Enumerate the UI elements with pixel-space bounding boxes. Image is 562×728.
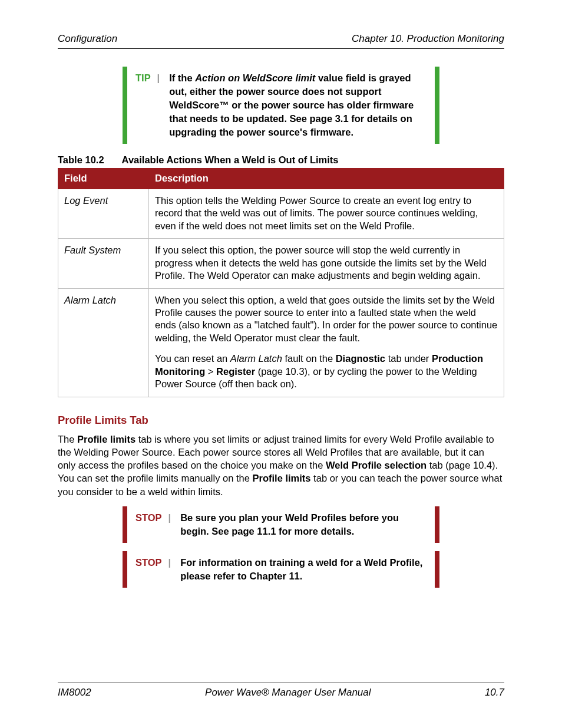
- tip-label: TIP |: [127, 67, 164, 144]
- callout-bar-right: [435, 506, 439, 543]
- stop-pipe: |: [168, 512, 171, 523]
- tip-em: Action on WeldScore limit: [195, 73, 315, 83]
- table-row: Log Event This option tells the Welding …: [58, 189, 504, 238]
- t-bold: Register: [216, 366, 255, 377]
- col-field: Field: [58, 169, 149, 189]
- stop-label-text: STOP: [135, 512, 161, 523]
- callout-bar-right: [435, 551, 439, 588]
- t: You can reset an: [155, 353, 230, 364]
- t: The: [58, 434, 77, 444]
- footer-left: IM8002: [58, 687, 91, 699]
- section-heading: Profile Limits Tab: [58, 414, 504, 427]
- header-left: Configuration: [58, 33, 117, 45]
- footer-center: Power Wave® Manager User Manual: [205, 687, 371, 699]
- tip-pre: If the: [169, 73, 195, 83]
- footer-divider: [58, 683, 504, 683]
- stop-label-text: STOP: [135, 557, 161, 568]
- table-row: Alarm Latch When you select this option,…: [58, 288, 504, 397]
- running-header: Configuration Chapter 10. Production Mon…: [58, 33, 504, 49]
- stop-text: Be sure you plan your Weld Profiles befo…: [176, 506, 435, 543]
- stop-label: STOP |: [127, 506, 176, 543]
- tip-pipe: |: [157, 73, 160, 83]
- callout-bar-left: [123, 506, 127, 543]
- header-right: Chapter 10. Production Monitoring: [352, 33, 504, 45]
- t-bold: Weld Profile selection: [326, 460, 427, 470]
- t: fault on the: [282, 353, 336, 364]
- tip-label-text: TIP: [135, 73, 150, 83]
- table-header-row: Field Description: [58, 169, 504, 189]
- row-desc: When you select this option, a weld that…: [149, 288, 504, 397]
- table-row: Fault System If you select this option, …: [58, 239, 504, 288]
- stop-text: For information on training a weld for a…: [176, 551, 435, 588]
- row-field: Log Event: [58, 189, 149, 238]
- stop-pipe: |: [168, 557, 171, 568]
- row-field: Fault System: [58, 239, 149, 288]
- t-bold: Profile limits: [77, 434, 135, 444]
- row-field: Alarm Latch: [58, 288, 149, 397]
- callout-bar-right: [435, 67, 439, 144]
- section-paragraph: The Profile limits tab is where you set …: [58, 433, 504, 498]
- stop-label: STOP |: [127, 551, 176, 588]
- t: tab under: [385, 353, 432, 364]
- row-desc-p1: When you select this option, a weld that…: [155, 294, 498, 345]
- callout-bar-left: [123, 551, 127, 588]
- footer-right: 10.7: [485, 687, 504, 699]
- tip-text: If the Action on WeldScore limit value f…: [164, 67, 435, 144]
- document-page: Configuration Chapter 10. Production Mon…: [0, 0, 562, 728]
- t: >: [205, 366, 216, 377]
- table-caption: Table 10.2Available Actions When a Weld …: [58, 154, 504, 166]
- actions-table: Field Description Log Event This option …: [58, 168, 504, 397]
- row-desc: This option tells the Welding Power Sour…: [149, 189, 504, 238]
- row-desc-p2: You can reset an Alarm Latch fault on th…: [155, 353, 498, 390]
- page-footer: IM8002 Power Wave® Manager User Manual 1…: [58, 683, 504, 699]
- col-desc: Description: [149, 169, 504, 189]
- t-em: Alarm Latch: [230, 353, 282, 364]
- t-bold: Diagnostic: [336, 353, 385, 364]
- row-desc: If you select this option, the power sou…: [149, 239, 504, 288]
- stop-callout: STOP | For information on training a wel…: [123, 551, 439, 588]
- stop-callout: STOP | Be sure you plan your Weld Profil…: [123, 506, 439, 543]
- tip-callout: TIP | If the Action on WeldScore limit v…: [123, 67, 439, 144]
- t-bold: Profile limits: [253, 473, 311, 483]
- callout-bar-left: [123, 67, 127, 144]
- table-title: Available Actions When a Weld is Out of …: [122, 154, 339, 165]
- table-num: Table 10.2: [58, 154, 104, 165]
